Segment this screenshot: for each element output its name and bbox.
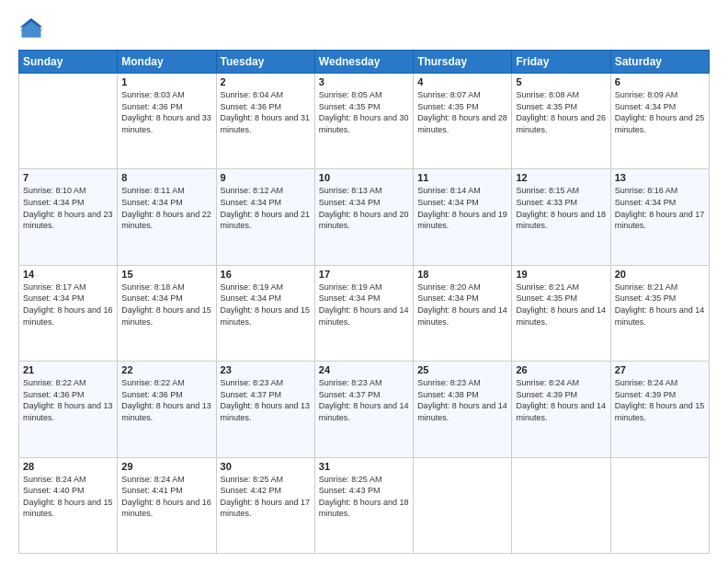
calendar-cell: 18 Sunrise: 8:20 AMSunset: 4:34 PMDaylig… xyxy=(414,265,512,361)
day-info: Sunrise: 8:03 AMSunset: 4:36 PMDaylight:… xyxy=(121,89,211,135)
calendar-cell: 14 Sunrise: 8:17 AMSunset: 4:34 PMDaylig… xyxy=(19,265,118,361)
calendar-week-1: 7 Sunrise: 8:10 AMSunset: 4:34 PMDayligh… xyxy=(19,169,710,265)
calendar-week-4: 28 Sunrise: 8:24 AMSunset: 4:40 PMDaylig… xyxy=(19,457,710,553)
day-number: 14 xyxy=(23,269,113,280)
day-number: 21 xyxy=(23,364,113,375)
day-info: Sunrise: 8:16 AMSunset: 4:34 PMDaylight:… xyxy=(615,185,705,231)
calendar-header-friday: Friday xyxy=(512,51,610,74)
calendar-cell: 21 Sunrise: 8:22 AMSunset: 4:36 PMDaylig… xyxy=(19,362,118,457)
day-number: 27 xyxy=(615,364,705,375)
calendar-header-thursday: Thursday xyxy=(414,51,512,74)
calendar-cell: 10 Sunrise: 8:13 AMSunset: 4:34 PMDaylig… xyxy=(314,169,413,265)
day-number: 30 xyxy=(221,461,311,472)
logo-icon xyxy=(18,17,44,42)
day-number: 4 xyxy=(417,76,507,87)
day-info: Sunrise: 8:24 AMSunset: 4:40 PMDaylight:… xyxy=(23,474,113,520)
calendar-cell: 27 Sunrise: 8:24 AMSunset: 4:39 PMDaylig… xyxy=(610,362,709,457)
calendar-cell: 28 Sunrise: 8:24 AMSunset: 4:40 PMDaylig… xyxy=(19,457,118,553)
day-number: 28 xyxy=(23,461,113,472)
day-number: 20 xyxy=(615,269,705,280)
calendar-cell: 30 Sunrise: 8:25 AMSunset: 4:42 PMDaylig… xyxy=(216,457,314,553)
day-number: 12 xyxy=(516,172,606,183)
calendar-header-saturday: Saturday xyxy=(610,51,709,74)
calendar-cell: 17 Sunrise: 8:19 AMSunset: 4:34 PMDaylig… xyxy=(314,265,413,361)
calendar-cell: 12 Sunrise: 8:15 AMSunset: 4:33 PMDaylig… xyxy=(512,169,610,265)
calendar-cell: 3 Sunrise: 8:05 AMSunset: 4:35 PMDayligh… xyxy=(314,74,413,169)
calendar-week-3: 21 Sunrise: 8:22 AMSunset: 4:36 PMDaylig… xyxy=(19,362,710,457)
day-number: 29 xyxy=(121,461,211,472)
day-info: Sunrise: 8:12 AMSunset: 4:34 PMDaylight:… xyxy=(221,185,311,231)
calendar-header-wednesday: Wednesday xyxy=(314,51,413,74)
calendar-cell: 22 Sunrise: 8:22 AMSunset: 4:36 PMDaylig… xyxy=(118,362,216,457)
day-number: 8 xyxy=(121,172,211,183)
calendar-table: SundayMondayTuesdayWednesdayThursdayFrid… xyxy=(18,50,710,554)
calendar-cell: 9 Sunrise: 8:12 AMSunset: 4:34 PMDayligh… xyxy=(216,169,314,265)
day-number: 19 xyxy=(516,269,606,280)
day-info: Sunrise: 8:07 AMSunset: 4:35 PMDaylight:… xyxy=(417,89,507,135)
day-number: 18 xyxy=(417,269,507,280)
day-number: 22 xyxy=(121,364,211,375)
calendar-week-0: 1 Sunrise: 8:03 AMSunset: 4:36 PMDayligh… xyxy=(19,74,710,169)
calendar-cell: 19 Sunrise: 8:21 AMSunset: 4:35 PMDaylig… xyxy=(512,265,610,361)
day-info: Sunrise: 8:24 AMSunset: 4:39 PMDaylight:… xyxy=(516,377,606,423)
day-number: 26 xyxy=(516,364,606,375)
logo xyxy=(18,17,48,42)
day-number: 7 xyxy=(23,172,113,183)
day-info: Sunrise: 8:23 AMSunset: 4:37 PMDaylight:… xyxy=(221,377,311,423)
day-info: Sunrise: 8:23 AMSunset: 4:38 PMDaylight:… xyxy=(417,377,507,423)
day-info: Sunrise: 8:23 AMSunset: 4:37 PMDaylight:… xyxy=(319,377,409,423)
day-number: 9 xyxy=(221,172,311,183)
day-info: Sunrise: 8:24 AMSunset: 4:39 PMDaylight:… xyxy=(615,377,705,423)
calendar-cell: 24 Sunrise: 8:23 AMSunset: 4:37 PMDaylig… xyxy=(314,362,413,457)
day-info: Sunrise: 8:22 AMSunset: 4:36 PMDaylight:… xyxy=(121,377,211,423)
calendar-cell: 31 Sunrise: 8:25 AMSunset: 4:43 PMDaylig… xyxy=(314,457,413,553)
day-info: Sunrise: 8:14 AMSunset: 4:34 PMDaylight:… xyxy=(417,185,507,231)
calendar-cell: 8 Sunrise: 8:11 AMSunset: 4:34 PMDayligh… xyxy=(118,169,216,265)
day-info: Sunrise: 8:04 AMSunset: 4:36 PMDaylight:… xyxy=(221,89,311,135)
day-number: 24 xyxy=(319,364,409,375)
calendar-header-row: SundayMondayTuesdayWednesdayThursdayFrid… xyxy=(19,51,710,74)
day-info: Sunrise: 8:11 AMSunset: 4:34 PMDaylight:… xyxy=(121,185,211,231)
calendar-cell xyxy=(512,457,610,553)
day-number: 31 xyxy=(319,461,409,472)
day-info: Sunrise: 8:13 AMSunset: 4:34 PMDaylight:… xyxy=(319,185,409,231)
day-number: 2 xyxy=(221,76,311,87)
day-number: 6 xyxy=(615,76,705,87)
calendar-cell xyxy=(19,74,118,169)
day-info: Sunrise: 8:10 AMSunset: 4:34 PMDaylight:… xyxy=(23,185,113,231)
calendar-cell xyxy=(610,457,709,553)
calendar-header-monday: Monday xyxy=(118,51,216,74)
calendar-cell: 11 Sunrise: 8:14 AMSunset: 4:34 PMDaylig… xyxy=(414,169,512,265)
day-info: Sunrise: 8:25 AMSunset: 4:43 PMDaylight:… xyxy=(319,474,409,520)
day-number: 13 xyxy=(615,172,705,183)
day-number: 23 xyxy=(221,364,311,375)
calendar-cell: 25 Sunrise: 8:23 AMSunset: 4:38 PMDaylig… xyxy=(414,362,512,457)
day-info: Sunrise: 8:21 AMSunset: 4:35 PMDaylight:… xyxy=(615,282,705,327)
calendar-cell: 23 Sunrise: 8:23 AMSunset: 4:37 PMDaylig… xyxy=(216,362,314,457)
day-number: 10 xyxy=(319,172,409,183)
calendar-cell: 20 Sunrise: 8:21 AMSunset: 4:35 PMDaylig… xyxy=(610,265,709,361)
header xyxy=(18,17,710,42)
day-info: Sunrise: 8:08 AMSunset: 4:35 PMDaylight:… xyxy=(516,89,606,135)
day-info: Sunrise: 8:25 AMSunset: 4:42 PMDaylight:… xyxy=(221,474,311,520)
calendar-cell: 16 Sunrise: 8:19 AMSunset: 4:34 PMDaylig… xyxy=(216,265,314,361)
calendar-cell: 4 Sunrise: 8:07 AMSunset: 4:35 PMDayligh… xyxy=(414,74,512,169)
calendar-cell: 26 Sunrise: 8:24 AMSunset: 4:39 PMDaylig… xyxy=(512,362,610,457)
day-info: Sunrise: 8:17 AMSunset: 4:34 PMDaylight:… xyxy=(23,282,113,327)
calendar-cell: 7 Sunrise: 8:10 AMSunset: 4:34 PMDayligh… xyxy=(19,169,118,265)
calendar-week-2: 14 Sunrise: 8:17 AMSunset: 4:34 PMDaylig… xyxy=(19,265,710,361)
day-info: Sunrise: 8:19 AMSunset: 4:34 PMDaylight:… xyxy=(221,282,311,327)
calendar-cell: 2 Sunrise: 8:04 AMSunset: 4:36 PMDayligh… xyxy=(216,74,314,169)
calendar-cell: 29 Sunrise: 8:24 AMSunset: 4:41 PMDaylig… xyxy=(118,457,216,553)
calendar-cell xyxy=(414,457,512,553)
day-number: 11 xyxy=(417,172,507,183)
day-number: 5 xyxy=(516,76,606,87)
day-number: 17 xyxy=(319,269,409,280)
day-number: 25 xyxy=(417,364,507,375)
day-number: 1 xyxy=(121,76,211,87)
day-info: Sunrise: 8:15 AMSunset: 4:33 PMDaylight:… xyxy=(516,185,606,231)
day-info: Sunrise: 8:24 AMSunset: 4:41 PMDaylight:… xyxy=(121,474,211,520)
day-info: Sunrise: 8:09 AMSunset: 4:34 PMDaylight:… xyxy=(615,89,705,135)
day-info: Sunrise: 8:22 AMSunset: 4:36 PMDaylight:… xyxy=(23,377,113,423)
calendar-cell: 1 Sunrise: 8:03 AMSunset: 4:36 PMDayligh… xyxy=(118,74,216,169)
